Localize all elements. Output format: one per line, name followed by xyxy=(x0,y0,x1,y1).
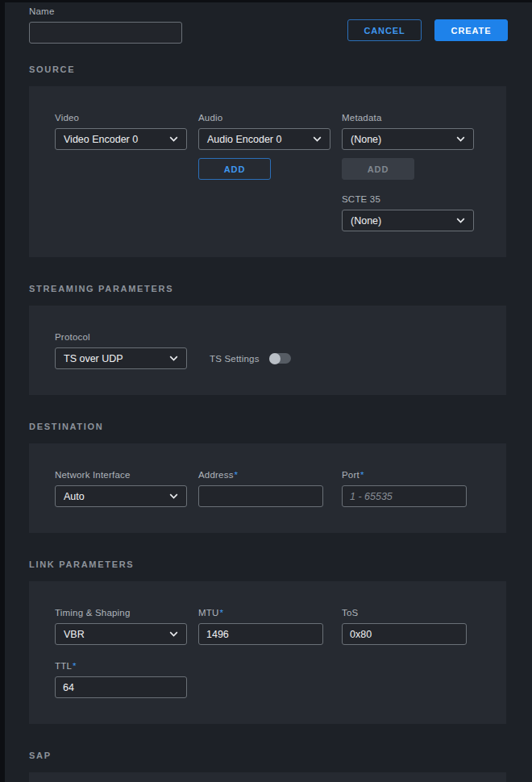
create-button[interactable]: CREATE xyxy=(434,19,508,41)
tos-field-group: ToS xyxy=(342,608,485,645)
form-actions: CANCEL CREATE xyxy=(347,19,508,41)
section-title-streaming-parameters: STREAMING PARAMETERS xyxy=(29,284,503,293)
required-asterisk: * xyxy=(220,608,224,618)
address-field-group: Address* xyxy=(198,470,342,507)
cancel-button[interactable]: CANCEL xyxy=(347,19,422,41)
video-select-value: Video Encoder 0 xyxy=(64,134,138,145)
sap-panel: Transmit SAP xyxy=(29,772,506,782)
chevron-down-icon xyxy=(169,631,178,637)
audio-select[interactable]: Audio Encoder 0 xyxy=(198,128,330,150)
timing-shaping-select[interactable]: VBR xyxy=(55,623,187,645)
name-input[interactable] xyxy=(29,22,182,44)
timing-shaping-select-value: VBR xyxy=(64,629,85,640)
metadata-label: Metadata xyxy=(342,113,382,123)
streaming-parameters-panel: Protocol TS over UDP TS Settings xyxy=(29,306,506,395)
ttl-input[interactable] xyxy=(55,676,187,698)
metadata-select-value: (None) xyxy=(351,134,381,145)
source-panel: Video Video Encoder 0 Audio Audio Encode… xyxy=(29,86,506,257)
address-label: Address* xyxy=(198,470,238,480)
audio-select-value: Audio Encoder 0 xyxy=(207,134,281,145)
required-asterisk: * xyxy=(73,661,77,671)
audio-field-group: Audio Audio Encoder 0 ADD xyxy=(198,113,342,231)
chevron-down-icon xyxy=(313,136,322,142)
scte35-select[interactable]: (None) xyxy=(342,210,474,231)
ts-settings-field-group: TS Settings xyxy=(210,332,364,369)
metadata-add-button-disabled: ADD xyxy=(342,158,414,180)
chevron-down-icon xyxy=(456,136,465,142)
section-title-sap: SAP xyxy=(29,751,503,760)
audio-label: Audio xyxy=(198,113,222,123)
timing-shaping-field-group: Timing & Shaping VBR xyxy=(55,608,198,645)
address-input[interactable] xyxy=(198,485,323,507)
network-interface-field-group: Network Interface Auto xyxy=(55,470,198,507)
mtu-field-group: MTU* xyxy=(198,608,342,645)
link-parameters-panel: Timing & Shaping VBR MTU* ToS TTL* xyxy=(29,581,506,724)
port-field-group: Port* xyxy=(342,470,485,507)
section-title-link-parameters: LINK PARAMETERS xyxy=(29,559,503,569)
form-header: Name CANCEL CREATE xyxy=(0,0,532,55)
ttl-label: TTL* xyxy=(55,661,77,671)
required-asterisk: * xyxy=(360,470,364,480)
scte35-label: SCTE 35 xyxy=(342,194,380,204)
timing-shaping-label: Timing & Shaping xyxy=(55,608,131,618)
section-title-destination: DESTINATION xyxy=(29,422,503,431)
chevron-down-icon xyxy=(169,356,178,361)
network-interface-select-value: Auto xyxy=(64,491,85,502)
chevron-down-icon xyxy=(169,493,178,499)
video-field-group: Video Video Encoder 0 xyxy=(55,113,198,231)
network-interface-label: Network Interface xyxy=(55,470,131,480)
name-label: Name xyxy=(29,6,182,16)
protocol-select-value: TS over UDP xyxy=(64,353,123,364)
section-title-source: SOURCE xyxy=(29,64,503,74)
video-label: Video xyxy=(55,113,79,123)
chevron-down-icon xyxy=(456,218,465,223)
audio-add-button[interactable]: ADD xyxy=(198,158,271,180)
metadata-field-group: Metadata (None) ADD SCTE 35 (None) xyxy=(342,113,485,231)
toggle-knob xyxy=(269,353,281,364)
ts-settings-label: TS Settings xyxy=(210,354,260,364)
ttl-field-group: TTL* xyxy=(55,661,210,698)
network-interface-select[interactable]: Auto xyxy=(55,485,187,507)
tos-label: ToS xyxy=(342,608,358,618)
tos-input[interactable] xyxy=(342,623,467,645)
protocol-field-group: Protocol TS over UDP xyxy=(55,332,210,369)
port-label: Port* xyxy=(342,470,364,480)
create-stream-form: Name CANCEL CREATE SOURCE Video Video En… xyxy=(0,0,532,782)
destination-panel: Network Interface Auto Address* Port* xyxy=(29,443,506,533)
mtu-input[interactable] xyxy=(198,623,323,645)
ts-settings-toggle[interactable] xyxy=(269,353,291,364)
chevron-down-icon xyxy=(169,136,178,142)
name-field-group: Name xyxy=(29,6,182,44)
protocol-label: Protocol xyxy=(55,332,90,342)
mtu-label: MTU* xyxy=(198,608,223,618)
protocol-select[interactable]: TS over UDP xyxy=(55,347,187,369)
required-asterisk: * xyxy=(235,470,239,480)
video-select[interactable]: Video Encoder 0 xyxy=(55,128,187,150)
scte35-select-value: (None) xyxy=(351,215,381,227)
port-input[interactable] xyxy=(342,485,467,507)
metadata-select[interactable]: (None) xyxy=(342,128,474,150)
